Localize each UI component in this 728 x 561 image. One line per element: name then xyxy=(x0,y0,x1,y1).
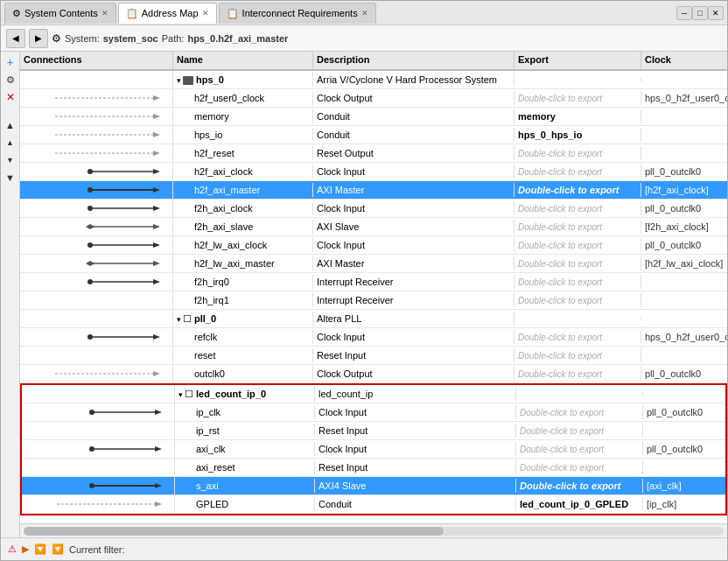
table-row[interactable]: h2f_axi_clockClock InputDouble-click to … xyxy=(20,163,727,181)
export-link-s_axi[interactable]: Double-click to export xyxy=(520,480,621,491)
tab-address-map[interactable]: 📋 Address Map ✕ xyxy=(118,3,217,24)
cell-export-reset[interactable]: Double-click to export xyxy=(514,348,641,362)
cell-export-h2f_axi_master[interactable]: Double-click to export xyxy=(514,183,641,197)
table-row[interactable]: h2f_lw_axi_masterAXI MasterDouble-click … xyxy=(20,255,727,273)
cell-export-hps0[interactable] xyxy=(514,78,641,81)
export-text-f2h_axi_clock[interactable]: Double-click to export xyxy=(518,204,602,214)
table-body[interactable]: ▾hps_0Arria V/Cyclone V Hard Processor S… xyxy=(20,71,727,523)
hscroll-thumb[interactable] xyxy=(24,527,444,536)
tab-system-contents-close[interactable]: ✕ xyxy=(102,9,108,18)
export-text-f2h_irq1[interactable]: Double-click to export xyxy=(518,296,602,305)
cell-export-refclk[interactable]: Double-click to export xyxy=(514,330,641,344)
cell-export-memory[interactable]: memory xyxy=(514,109,641,123)
group-toggle-pll_0[interactable]: ▾ xyxy=(177,315,181,324)
cell-export-f2h_irq0[interactable]: Double-click to export xyxy=(514,275,641,289)
cell-export-h2f_axi_clock[interactable]: Double-click to export xyxy=(514,165,641,179)
close-btn[interactable]: ✕ xyxy=(708,6,724,20)
desc-text-pll_0: Altera PLL xyxy=(317,313,361,324)
cell-connections-f2h_irq1 xyxy=(20,291,173,309)
table-row[interactable]: h2f_resetReset OutputDouble-click to exp… xyxy=(20,144,727,163)
tab-address-map-close[interactable]: ✕ xyxy=(202,9,209,18)
export-text-h2f_lw_axi_master[interactable]: Double-click to export xyxy=(518,259,602,269)
table-row[interactable]: hps_ioConduithps_0_hps_io xyxy=(20,126,727,144)
cell-export-f2h_axi_slave[interactable]: Double-click to export xyxy=(514,220,641,234)
tab-interconnect-req-close[interactable]: ✕ xyxy=(361,9,368,18)
table-row[interactable]: h2f_axi_masterAXI MasterDouble-click to … xyxy=(20,181,727,200)
move-down-icon[interactable]: ▼ xyxy=(4,171,18,185)
forward-btn[interactable]: ▶ xyxy=(29,29,48,48)
tab-interconnect-req[interactable]: 📋 Interconnect Requirements ✕ xyxy=(219,3,376,24)
table-row[interactable]: h2f_lw_axi_clockClock InputDouble-click … xyxy=(20,236,727,255)
cell-export-hps_io[interactable]: hps_0_hps_io xyxy=(514,128,641,142)
table-row[interactable]: refclkClock InputDouble-click to exporth… xyxy=(20,328,727,347)
table-row[interactable]: ▾hps_0Arria V/Cyclone V Hard Processor S… xyxy=(20,71,727,89)
add-icon[interactable]: + xyxy=(4,55,18,69)
group-toggle-led_count_ip_0[interactable]: ▾ xyxy=(178,390,183,399)
table-row[interactable]: axi_resetReset InputDouble-click to expo… xyxy=(22,459,725,477)
table-row[interactable]: f2h_irq0Interrupt ReceiverDouble-click t… xyxy=(20,273,727,291)
svg-marker-42 xyxy=(155,483,162,488)
table-row[interactable]: h2f_user0_clockClock OutputDouble-click … xyxy=(20,89,727,108)
cell-clock-f2h_irq1 xyxy=(641,298,727,302)
move-down-small-icon[interactable]: ▼ xyxy=(4,153,18,167)
cell-export-h2f_user0_clock[interactable]: Double-click to export xyxy=(514,91,641,105)
cell-export-ip_rst[interactable]: Double-click to export xyxy=(516,424,643,438)
table-row[interactable]: GPLEDConduitled_count_ip_0_GPLED[ip_clk] xyxy=(22,495,725,514)
connection-wire-memory xyxy=(20,108,169,125)
table-row[interactable]: resetReset InputDouble-click to export xyxy=(20,347,727,365)
table-row[interactable]: ip_clkClock InputDouble-click to exportp… xyxy=(22,403,725,422)
export-text-f2h_axi_slave[interactable]: Double-click to export xyxy=(518,222,602,232)
export-text-h2f_lw_axi_clock[interactable]: Double-click to export xyxy=(518,241,602,250)
system-contents-icon: ⚙ xyxy=(12,8,21,19)
component-icon[interactable]: ⚙ xyxy=(4,73,18,87)
export-text-reset[interactable]: Double-click to export xyxy=(518,351,602,361)
cell-export-axi_reset[interactable]: Double-click to export xyxy=(516,460,643,474)
export-text-ip_rst[interactable]: Double-click to export xyxy=(520,426,604,436)
table-row[interactable]: memoryConduitmemory xyxy=(20,108,727,126)
move-up-small-icon[interactable]: ▲ xyxy=(4,136,18,150)
table-row[interactable]: f2h_axi_slaveAXI SlaveDouble-click to ex… xyxy=(20,218,727,236)
export-text-h2f_reset[interactable]: Double-click to export xyxy=(518,149,602,158)
cell-export-f2h_irq1[interactable]: Double-click to export xyxy=(514,293,641,307)
tab-system-contents[interactable]: ⚙ System Contents ✕ xyxy=(4,3,116,24)
connection-wire-h2f_axi_clock xyxy=(20,163,169,180)
export-text-axi_reset[interactable]: Double-click to export xyxy=(520,463,604,473)
export-text-ip_clk[interactable]: Double-click to export xyxy=(520,408,604,417)
export-text-outclk0[interactable]: Double-click to export xyxy=(518,369,602,379)
export-text-axi_clk[interactable]: Double-click to export xyxy=(520,445,604,454)
table-row[interactable]: s_axiAXI4 SlaveDouble-click to export[ax… xyxy=(22,477,725,495)
table-row[interactable]: ▾☐led_count_ip_0led_count_ip xyxy=(22,385,725,403)
cell-export-h2f_reset[interactable]: Double-click to export xyxy=(514,146,641,160)
move-up-icon[interactable]: ▲ xyxy=(4,118,18,132)
cell-export-axi_clk[interactable]: Double-click to export xyxy=(516,442,643,456)
table-row[interactable]: f2h_irq1Interrupt ReceiverDouble-click t… xyxy=(20,291,727,310)
export-text-h2f_user0_clock[interactable]: Double-click to export xyxy=(518,94,602,103)
hscrollbar[interactable] xyxy=(20,523,727,537)
hscroll-track[interactable] xyxy=(24,527,724,536)
restore-btn[interactable]: □ xyxy=(692,6,708,20)
cell-export-outclk0[interactable]: Double-click to export xyxy=(514,367,641,381)
table-row[interactable]: axi_clkClock InputDouble-click to export… xyxy=(22,440,725,459)
back-btn[interactable]: ◀ xyxy=(6,29,25,48)
export-text-refclk[interactable]: Double-click to export xyxy=(518,333,602,342)
cell-export-ip_clk[interactable]: Double-click to export xyxy=(516,405,643,419)
export-text-h2f_axi_clock[interactable]: Double-click to export xyxy=(518,167,602,177)
table-row[interactable]: ip_rstReset InputDouble-click to export xyxy=(22,422,725,440)
cell-export-f2h_axi_clock[interactable]: Double-click to export xyxy=(514,201,641,215)
table-row[interactable]: ▾☐pll_0Altera PLL xyxy=(20,310,727,328)
delete-icon[interactable]: ✕ xyxy=(4,90,18,104)
export-text-f2h_irq0[interactable]: Double-click to export xyxy=(518,277,602,287)
cell-export-led_count_ip_0[interactable] xyxy=(516,392,643,396)
cell-export-s_axi[interactable]: Double-click to export xyxy=(516,479,643,493)
cell-export-GPLED[interactable]: led_count_ip_0_GPLED xyxy=(516,497,643,511)
table-row[interactable]: outclk0Clock OutputDouble-click to expor… xyxy=(20,365,727,383)
cell-export-h2f_lw_axi_master[interactable]: Double-click to export xyxy=(514,256,641,270)
cell-export-pll_0[interactable] xyxy=(514,317,641,320)
minimize-btn[interactable]: ─ xyxy=(676,6,692,20)
group-name-led_count_ip_0: led_count_ip_0 xyxy=(196,389,266,399)
cell-name-ip_clk: ip_clk xyxy=(175,405,315,419)
table-row[interactable]: f2h_axi_clockClock InputDouble-click to … xyxy=(20,200,727,218)
cell-export-h2f_lw_axi_clock[interactable]: Double-click to export xyxy=(514,238,641,252)
export-link-h2f_axi_master[interactable]: Double-click to export xyxy=(518,185,620,195)
group-toggle-hps0[interactable]: ▾ xyxy=(177,76,181,85)
